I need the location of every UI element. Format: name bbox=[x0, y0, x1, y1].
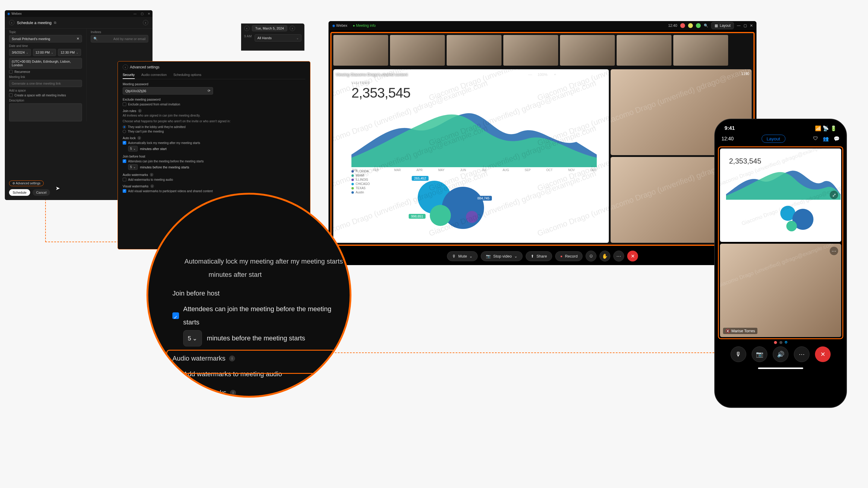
mobile-layout-button[interactable]: Layout bbox=[762, 135, 785, 143]
start-time-input[interactable]: 12:00 PM bbox=[33, 49, 56, 56]
lobby-radio[interactable]: They wait in the lobby until they're adm… bbox=[123, 125, 305, 129]
dot-icon bbox=[688, 23, 693, 28]
link-input[interactable]: Generate a one-time meeting link bbox=[9, 80, 82, 87]
mobile-audio-button[interactable]: 🔊 bbox=[773, 347, 788, 362]
mobile-mute-button[interactable]: 🎙 bbox=[731, 347, 746, 362]
info-icon[interactable]: i bbox=[230, 390, 236, 396]
mobile-end-button[interactable]: ✕ bbox=[815, 347, 831, 362]
close-icon[interactable]: ✕ bbox=[750, 24, 753, 28]
info-icon[interactable]: i bbox=[150, 184, 154, 188]
jbh-hdr: Join before host bbox=[123, 155, 305, 158]
participant-tile[interactable] bbox=[673, 35, 728, 66]
cal-prev-icon[interactable]: ‹ bbox=[244, 26, 250, 31]
end-time-input[interactable]: 12:30 PM bbox=[58, 49, 81, 56]
share-button[interactable]: ⬆ Share bbox=[526, 251, 552, 261]
info-icon[interactable]: i bbox=[138, 109, 142, 113]
mobile-clock: 12:40 bbox=[721, 136, 734, 141]
participant-tile[interactable] bbox=[617, 35, 672, 66]
jbh-checkbox[interactable]: Attendees can join the meeting before th… bbox=[123, 159, 305, 163]
participant-tile[interactable] bbox=[503, 35, 558, 66]
participant-tile[interactable] bbox=[333, 35, 388, 66]
tab-scheduling[interactable]: Scheduling options bbox=[173, 73, 201, 79]
selfview-tag: 1190 bbox=[741, 72, 749, 76]
more-icon[interactable]: ⋯ bbox=[830, 247, 838, 255]
maximize-icon[interactable]: ▢ bbox=[744, 24, 747, 28]
layout-button[interactable]: ▦ Layout bbox=[711, 22, 734, 29]
aw-checkbox[interactable]: Add watermarks to meeting audio bbox=[123, 178, 305, 181]
adv-tabs: Security Audio connection Scheduling opt… bbox=[123, 73, 305, 79]
cal-next-icon[interactable]: › bbox=[290, 26, 295, 31]
record-button[interactable]: ● Record bbox=[555, 251, 583, 261]
maximize-icon[interactable]: ▢ bbox=[141, 12, 144, 15]
shield-icon[interactable]: 🛡 bbox=[813, 136, 818, 141]
tab-audio[interactable]: Audio connection bbox=[141, 73, 167, 79]
cancel-button[interactable]: Cancel bbox=[33, 189, 50, 196]
zoom-out-icon[interactable]: — bbox=[528, 72, 532, 77]
minimize-icon[interactable]: — bbox=[133, 12, 136, 15]
page-dots[interactable] bbox=[715, 341, 846, 344]
topic-input[interactable]: Sonali Pritchard's meeting✕ bbox=[9, 35, 82, 42]
participant-tile[interactable] bbox=[390, 35, 445, 66]
refresh-icon[interactable]: ⟳ bbox=[208, 89, 210, 93]
raise-hand-button[interactable]: ✋ bbox=[599, 251, 610, 261]
meeting-clock: 12:40 bbox=[668, 24, 677, 28]
stopvideo-button[interactable]: 📷 Stop video ⌄ bbox=[481, 251, 522, 261]
invitees-input[interactable]: 🔍 Add by name or email bbox=[91, 35, 148, 42]
info-icon[interactable]: i bbox=[137, 136, 141, 140]
info-icon[interactable]: i bbox=[150, 173, 153, 176]
participant-tile[interactable] bbox=[560, 35, 615, 66]
zoom-control[interactable]: — 100% ＋ bbox=[528, 72, 557, 77]
vw-checkbox[interactable]: Add visual watermarks to participant vid… bbox=[123, 189, 305, 193]
minimize-icon[interactable]: — bbox=[737, 24, 741, 28]
cal-date[interactable]: Tue, March 5, 2024 bbox=[252, 25, 287, 31]
people-icon[interactable]: 👥 bbox=[823, 136, 829, 141]
mag-jbh-minutes[interactable]: 5 ⌄ bbox=[183, 330, 202, 347]
forward-icon[interactable]: › bbox=[143, 20, 148, 25]
jbh-minutes[interactable]: 5 ⌄ bbox=[128, 164, 138, 170]
reactions-button[interactable]: ☺ bbox=[586, 251, 596, 261]
advanced-settings-button[interactable]: ⚙ Advanced settings bbox=[9, 181, 44, 186]
add-space-checkbox[interactable]: Create a space with all meeting invites bbox=[9, 93, 82, 97]
mobile-video-button[interactable]: 📷 bbox=[752, 347, 767, 362]
exclude-checkbox[interactable]: Exclude password from email invitation bbox=[123, 102, 305, 106]
mobile-participant-video[interactable]: Giacomo Drago (unverified) gdrago@exampl… bbox=[720, 244, 841, 337]
mobile-meeting: 9:41 📶 📡 🔋 12:40 Layout 🛡 👥 💬 2,353,545 … bbox=[714, 119, 847, 408]
adv-back-icon[interactable]: ‹ bbox=[123, 64, 128, 70]
end-button[interactable]: ✕ bbox=[627, 251, 638, 261]
mobile-more-button[interactable]: ⋯ bbox=[794, 347, 809, 362]
search-icon[interactable]: 🔍 bbox=[704, 24, 708, 28]
close-icon[interactable]: ✕ bbox=[148, 12, 150, 15]
desc-input[interactable] bbox=[9, 103, 82, 121]
shared-content: VISITORS 2,353,545 JANFEBMARAPRMAYJUNJUL… bbox=[333, 69, 609, 243]
timezone-input[interactable]: (UTC+00:00) Dublin, Edinburgh, Lisbon, L… bbox=[9, 58, 82, 69]
schedule-button[interactable]: Schedule bbox=[9, 189, 30, 196]
status-time: 9:41 bbox=[724, 125, 735, 132]
cal-event[interactable]: All Hands bbox=[255, 34, 301, 41]
meeting-window: ◉ Webex ● Meeting info 12:40 🔍 ▦ Layout … bbox=[329, 21, 756, 265]
participant-tile[interactable] bbox=[447, 35, 501, 66]
mag-vw-hdr: Visual watermarks bbox=[173, 386, 226, 398]
home-indicator[interactable] bbox=[758, 367, 803, 369]
tab-security[interactable]: Security bbox=[123, 73, 135, 79]
mute-button[interactable]: 🎙 Mute ⌄ bbox=[447, 251, 478, 261]
back-icon[interactable]: ‹ bbox=[9, 20, 14, 25]
expand-icon[interactable]: ⤢ bbox=[830, 191, 838, 199]
aw-hdr: Audio watermarks bbox=[123, 173, 148, 176]
chat-icon[interactable]: 💬 bbox=[834, 136, 840, 141]
desc-label: Description bbox=[9, 99, 82, 102]
date-input[interactable]: 3/6/2024 bbox=[9, 49, 31, 56]
zoom-in-icon[interactable]: ＋ bbox=[553, 72, 557, 77]
dot-icon bbox=[680, 23, 685, 28]
name-tag: 🔇 Marise Torres bbox=[723, 328, 757, 334]
pw-input[interactable]: QtpXXn3Ztj36⟳ bbox=[123, 87, 213, 95]
cantjoin-radio[interactable]: They can't join the meeting bbox=[123, 130, 305, 133]
cal-time: 9 AM bbox=[244, 34, 252, 41]
status-icons: 📶 📡 🔋 bbox=[815, 125, 837, 132]
recurrence-checkbox[interactable]: Recurrence bbox=[9, 70, 82, 73]
autolock-minutes[interactable]: 5 ⌄ bbox=[128, 146, 138, 152]
popout-icon[interactable]: ⧉ bbox=[54, 21, 56, 25]
mag-jbh-checkbox[interactable]: Attendees can join the meeting before th… bbox=[173, 302, 347, 329]
autolock-checkbox[interactable]: Automatically lock my meeting after my m… bbox=[123, 141, 305, 144]
more-button[interactable]: ⋯ bbox=[613, 251, 624, 261]
clear-icon[interactable]: ✕ bbox=[76, 37, 79, 41]
